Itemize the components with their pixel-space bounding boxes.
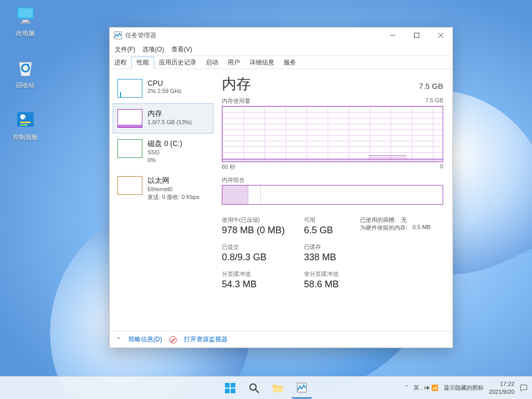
svg-line-18: [256, 390, 259, 393]
desktop-icon-label: 此电脑: [16, 30, 35, 37]
svg-rect-2: [22, 20, 29, 22]
stat-label: 已提交: [222, 243, 300, 251]
search-button[interactable]: [244, 378, 264, 398]
stat-value: 无: [401, 216, 407, 224]
sidebar-sub: SSD: [148, 149, 182, 156]
tab-services[interactable]: 服务: [279, 56, 301, 69]
desktop-icon-this-pc[interactable]: 此电脑: [6, 4, 45, 38]
window-title: 任务管理器: [125, 31, 156, 40]
stat-value: 978 MB (0 MB): [222, 225, 300, 236]
x-axis-left: 60 秒: [222, 163, 235, 171]
file-explorer-button[interactable]: [268, 378, 288, 398]
tab-startup[interactable]: 启动: [201, 56, 223, 69]
disk-thumb-icon: [117, 139, 142, 158]
memory-capacity: 7.5 GB: [419, 82, 443, 90]
stat-value: 0.5 MB: [413, 224, 431, 232]
monitor-icon: [14, 4, 37, 27]
desktop-icon-control-panel[interactable]: 控制面板: [6, 108, 45, 142]
stat-label: 使用中(已压缩): [222, 216, 300, 224]
stat-label: 为硬件保留的内存:: [360, 224, 407, 232]
main-heading: 内存: [222, 74, 251, 94]
stat-label: 已缓存: [304, 243, 356, 251]
memory-composition-bar: [222, 185, 443, 205]
task-manager-taskbar-button[interactable]: [291, 378, 312, 398]
tray-clock[interactable]: 17:22 2021/9/20: [489, 380, 514, 395]
stat-value: 6.5 GB: [304, 225, 356, 236]
svg-rect-16: [231, 389, 235, 393]
menubar: 文件(F) 选项(O) 查看(V): [110, 43, 453, 56]
svg-rect-19: [273, 387, 283, 392]
fewer-details-link[interactable]: 简略信息(D): [128, 335, 162, 344]
app-icon: [114, 31, 122, 39]
svg-rect-7: [20, 124, 28, 126]
tray-date: 2021/9/20: [489, 388, 514, 395]
svg-rect-1: [18, 8, 33, 18]
stat-value: 338 MB: [304, 252, 356, 263]
sidebar-item-ethernet[interactable]: 以太网 Ethernet0 发送: 0 接收: 0 Kbps: [113, 170, 214, 207]
stat-label: 可用: [304, 216, 356, 224]
notifications-icon[interactable]: [520, 384, 528, 392]
svg-rect-3: [20, 22, 31, 23]
menu-view[interactable]: 查看(V): [171, 45, 192, 54]
tray-overflow-button[interactable]: ˄: [405, 384, 408, 391]
ime-indicator[interactable]: 英 , 🕪 📶: [414, 384, 438, 392]
svg-point-17: [250, 384, 256, 390]
sidebar-sub: 1.0/7.5 GB (13%): [148, 118, 192, 126]
stat-label: 分页缓冲池: [222, 270, 300, 278]
resmon-icon: [169, 336, 177, 343]
tab-users[interactable]: 用户: [223, 56, 245, 69]
memory-thumb-icon: [117, 109, 142, 128]
chevron-up-icon[interactable]: ⌃: [116, 336, 121, 343]
stat-value: 0.8/9.3 GB: [222, 252, 300, 263]
menu-file[interactable]: 文件(F): [115, 45, 135, 54]
window-footer: ⌃ 简略信息(D) 打开资源监视器: [110, 331, 453, 348]
close-button[interactable]: [429, 28, 453, 43]
stat-value: 54.3 MB: [222, 279, 300, 290]
stat-label: 已使用的插槽:: [360, 216, 396, 224]
sidebar-title: CPU: [148, 79, 181, 87]
ethernet-thumb-icon: [117, 176, 142, 195]
sidebar-item-memory[interactable]: 内存 1.0/7.5 GB (13%): [113, 103, 214, 134]
performance-sidebar: CPU 2% 2.59 GHz 内存 1.0/7.5 GB (13%) 磁盘 0…: [110, 69, 217, 331]
sidebar-title: 以太网: [148, 176, 200, 185]
tab-app-history[interactable]: 应用历史记录: [154, 56, 201, 69]
stat-value: 58.6 MB: [304, 279, 356, 290]
sidebar-title: 磁盘 0 (C:): [148, 139, 182, 149]
graph-title: 内存使用量: [222, 97, 250, 105]
titlebar[interactable]: 任务管理器: [110, 28, 453, 43]
tab-details[interactable]: 详细信息: [245, 56, 279, 69]
tray-time: 17:22: [489, 380, 514, 388]
minimize-button[interactable]: [381, 28, 405, 43]
tray-hidden-icons-label[interactable]: 显示隐藏的图标: [444, 384, 484, 392]
stat-label: 非分页缓冲池: [304, 270, 356, 278]
menu-options[interactable]: 选项(O): [142, 45, 164, 54]
cpu-thumb-icon: [117, 79, 142, 98]
system-tray: ˄ 英 , 🕪 📶 显示隐藏的图标 17:22 2021/9/20: [405, 380, 528, 395]
recycle-icon: [14, 56, 37, 79]
taskbar: ˄ 英 , 🕪 📶 显示隐藏的图标 17:22 2021/9/20: [0, 376, 532, 399]
sidebar-sub: 0%: [148, 156, 182, 164]
graph-max: 7.5 GB: [425, 97, 443, 105]
tab-performance[interactable]: 性能: [131, 57, 154, 69]
start-button[interactable]: [220, 378, 241, 398]
svg-rect-14: [231, 383, 235, 388]
control-panel-icon: [14, 108, 37, 131]
desktop-icon-label: 回收站: [16, 82, 35, 89]
desktop-icon-recycle-bin[interactable]: 回收站: [6, 56, 45, 90]
sidebar-sub: 发送: 0 接收: 0 Kbps: [148, 193, 200, 201]
sidebar-item-cpu[interactable]: CPU 2% 2.59 GHz: [113, 73, 214, 103]
task-manager-window: 任务管理器 文件(F) 选项(O) 查看(V) 进程 性能 应用历史记录 启动 …: [109, 27, 453, 348]
svg-rect-13: [225, 383, 230, 388]
performance-main: 内存 7.5 GB 内存使用量 7.5 GB 60 秒 0 内存组合: [217, 69, 453, 331]
x-axis-right: 0: [440, 163, 443, 171]
svg-rect-10: [415, 33, 419, 38]
sidebar-sub: 2% 2.59 GHz: [148, 87, 181, 95]
maximize-button[interactable]: [405, 28, 429, 43]
desktop-icon-label: 控制面板: [13, 134, 38, 141]
memory-usage-graph: [222, 106, 443, 162]
open-resmon-link[interactable]: 打开资源监视器: [184, 335, 228, 344]
sidebar-item-disk[interactable]: 磁盘 0 (C:) SSD 0%: [113, 134, 214, 170]
tabbar: 进程 性能 应用历史记录 启动 用户 详细信息 服务: [110, 56, 453, 69]
tab-processes[interactable]: 进程: [110, 56, 131, 69]
sidebar-title: 内存: [148, 109, 192, 118]
